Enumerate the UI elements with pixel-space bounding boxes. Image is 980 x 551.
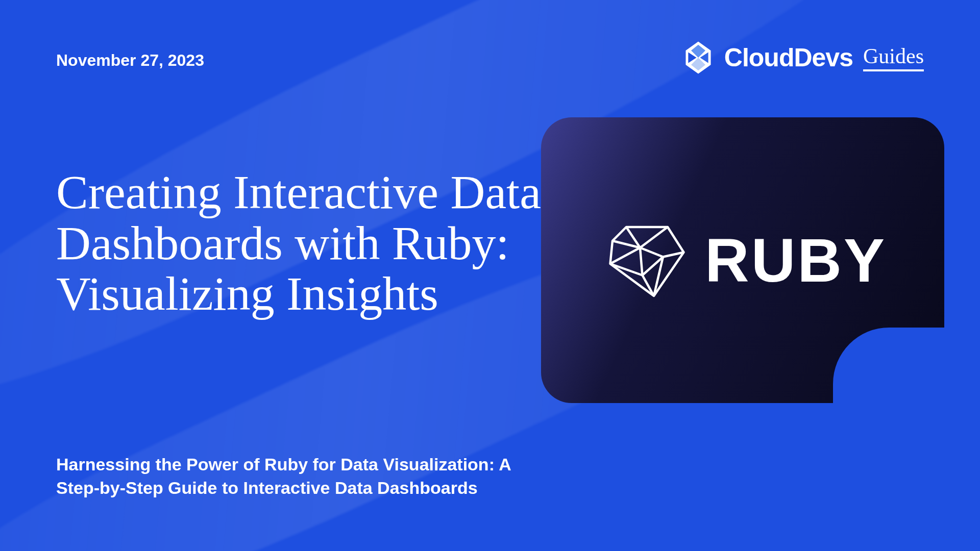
clouddevs-logo-icon [680, 40, 716, 76]
slide-content: November 27, 2023 CloudDevs Guides [0, 0, 980, 551]
hero-technology-card: RUBY [541, 117, 944, 403]
ruby-gem-icon [599, 213, 691, 307]
article-title: Creating Interactive Data Dashboards wit… [56, 167, 567, 319]
brand-logo: CloudDevs Guides [680, 40, 924, 76]
brand-name-main: CloudDevs [724, 43, 853, 72]
brand-name-sub: Guides [863, 44, 924, 71]
hero-technology-label: RUBY [705, 225, 887, 295]
article-subtitle: Harnessing the Power of Ruby for Data Vi… [56, 453, 526, 500]
